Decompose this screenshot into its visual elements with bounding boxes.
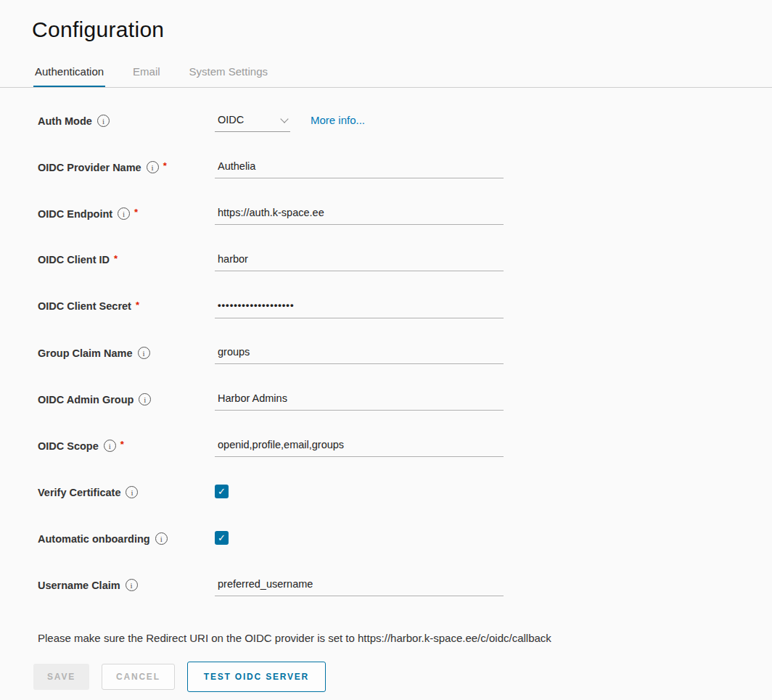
form-row-username-claim: Username Claim i xyxy=(38,568,772,614)
redirect-uri-note: Please make sure the Redirect URI on the… xyxy=(38,632,772,644)
chevron-down-icon xyxy=(280,115,288,123)
tab-email[interactable]: Email xyxy=(131,61,162,88)
group-claim-input[interactable] xyxy=(215,345,504,364)
button-bar: SAVE CANCEL TEST OIDC SERVER xyxy=(33,662,772,692)
info-icon[interactable]: i xyxy=(147,161,159,173)
client-secret-label: OIDC Client Secret xyxy=(38,300,131,312)
admin-group-input[interactable] xyxy=(215,391,504,411)
client-id-label: OIDC Client ID xyxy=(38,254,110,265)
form-row-endpoint: OIDC Endpoint i * xyxy=(38,197,772,243)
auth-config-form: Auth Mode i OIDC More info... OIDC Provi… xyxy=(38,104,772,614)
required-asterisk: * xyxy=(114,253,118,264)
required-asterisk: * xyxy=(120,439,124,450)
tab-system-settings[interactable]: System Settings xyxy=(188,61,269,88)
required-asterisk: * xyxy=(136,300,139,310)
tab-authentication[interactable]: Authentication xyxy=(33,61,105,88)
form-row-client-id: OIDC Client ID * xyxy=(38,243,772,289)
info-icon[interactable]: i xyxy=(104,440,116,452)
auth-mode-select[interactable]: OIDC xyxy=(215,112,290,132)
automatic-onboarding-label: Automatic onboarding xyxy=(38,533,150,545)
info-icon[interactable]: i xyxy=(139,393,151,405)
scope-input[interactable] xyxy=(215,437,504,457)
save-button[interactable]: SAVE xyxy=(33,664,89,690)
page-title: Configuration xyxy=(32,17,772,42)
client-secret-input[interactable] xyxy=(215,298,504,318)
required-asterisk: * xyxy=(134,207,138,218)
auth-mode-selected-value: OIDC xyxy=(218,114,244,125)
form-row-automatic-onboarding: Automatic onboarding i ✓ xyxy=(38,522,772,568)
required-asterisk: * xyxy=(163,160,167,171)
automatic-onboarding-checkbox[interactable]: ✓ xyxy=(215,531,229,545)
info-icon[interactable]: i xyxy=(126,579,138,591)
scope-label: OIDC Scope xyxy=(38,440,99,452)
info-icon[interactable]: i xyxy=(126,486,138,498)
configuration-page: Configuration Authentication Email Syste… xyxy=(0,0,772,692)
info-icon[interactable]: i xyxy=(138,347,150,359)
username-claim-label: Username Claim xyxy=(38,580,120,591)
info-icon[interactable]: i xyxy=(118,207,130,220)
verify-certificate-label: Verify Certificate xyxy=(38,487,120,498)
form-row-auth-mode: Auth Mode i OIDC More info... xyxy=(38,104,772,150)
form-row-client-secret: OIDC Client Secret * xyxy=(38,289,772,336)
info-icon[interactable]: i xyxy=(155,532,168,545)
tab-bar: Authentication Email System Settings xyxy=(32,61,772,88)
form-row-group-claim: Group Claim Name i xyxy=(38,336,772,382)
verify-certificate-checkbox[interactable]: ✓ xyxy=(215,485,229,498)
group-claim-label: Group Claim Name xyxy=(38,347,133,359)
more-info-link[interactable]: More info... xyxy=(311,112,365,126)
form-row-admin-group: OIDC Admin Group i xyxy=(38,382,772,429)
cancel-button[interactable]: CANCEL xyxy=(102,664,175,690)
form-row-verify-certificate: Verify Certificate i ✓ xyxy=(38,475,772,522)
endpoint-input[interactable] xyxy=(215,205,504,225)
auth-mode-label: Auth Mode xyxy=(38,115,92,127)
client-id-input[interactable] xyxy=(215,252,504,271)
provider-name-input[interactable] xyxy=(215,159,504,178)
username-claim-input[interactable] xyxy=(215,577,504,596)
info-icon[interactable]: i xyxy=(97,115,110,127)
form-row-scope: OIDC Scope i * xyxy=(38,429,772,475)
provider-name-label: OIDC Provider Name xyxy=(38,162,141,173)
tab-divider xyxy=(0,87,772,88)
admin-group-label: OIDC Admin Group xyxy=(38,394,134,405)
form-row-provider-name: OIDC Provider Name i * xyxy=(38,150,772,197)
test-oidc-server-button[interactable]: TEST OIDC SERVER xyxy=(187,662,326,692)
endpoint-label: OIDC Endpoint xyxy=(38,208,112,220)
